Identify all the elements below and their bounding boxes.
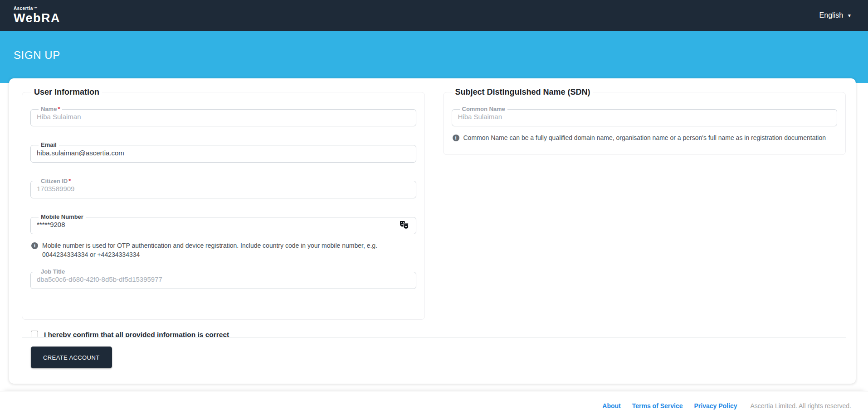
common-name-input [458,112,831,126]
webra-brand-text: WebRA [14,12,60,24]
signup-card: User Information Name* Email Citizen ID*… [9,78,856,384]
masks-icon [400,221,409,229]
signup-banner: SIGN UP [0,31,868,83]
user-information-section: User Information Name* Email Citizen ID*… [22,87,425,320]
footer-link-terms[interactable]: Terms of Service [632,402,683,409]
sdn-section: Subject Distinguished Name (SDN) Common … [443,87,846,155]
info-icon [31,242,38,249]
name-label: Name* [39,106,62,112]
email-input[interactable] [37,149,410,162]
common-name-field: Common Name [452,106,838,126]
job-title-input [37,275,410,289]
mobile-number-label: Mobile Number [39,214,86,220]
top-navbar: Ascertia™ WebRA English ▼ [0,0,868,31]
mobile-hint-text: Mobile number is used for OTP authentica… [42,241,391,260]
info-icon [453,135,459,141]
language-selector[interactable]: English ▼ [819,11,852,19]
email-field: Email [30,142,416,162]
copyright-text: Ascertia Limited. All rights reserved. [750,402,851,409]
footer-link-privacy[interactable]: Privacy Policy [694,402,737,409]
page-footer: About Terms of Service Privacy Policy As… [0,391,868,419]
citizen-id-input [37,184,410,198]
webra-logo: Ascertia™ WebRA [14,6,60,24]
citizen-id-field: Citizen ID* [30,178,416,198]
common-name-hint: Common Name can be a fully qualified dom… [453,134,837,143]
required-asterisk: * [68,178,71,184]
mobile-number-hint: Mobile number is used for OTP authentica… [31,241,415,260]
mobile-number-input[interactable] [37,220,395,234]
job-title-field: Job Title [30,269,416,289]
create-account-button[interactable]: CREATE ACCOUNT [31,347,112,368]
common-name-label: Common Name [460,106,507,112]
page-title: SIGN UP [14,49,60,62]
chevron-down-icon: ▼ [847,13,852,18]
confirm-label: I hereby confirm that all provided infor… [44,329,229,337]
confirm-row-clipped: I hereby confirm that all provided infor… [22,329,846,337]
language-label: English [819,11,843,19]
ascertia-brand-text: Ascertia™ [14,6,60,11]
email-label: Email [39,142,59,148]
user-information-heading: User Information [31,87,102,97]
confirm-checkbox[interactable] [31,331,38,337]
name-field: Name* [30,106,416,126]
mobile-number-field: Mobile Number [30,214,416,234]
citizen-id-label: Citizen ID* [39,178,73,184]
job-title-label: Job Title [39,269,67,275]
sdn-heading: Subject Distinguished Name (SDN) [453,87,593,97]
required-asterisk: * [58,106,60,112]
name-input [37,112,410,126]
common-name-hint-text: Common Name can be a fully qualified dom… [463,134,826,143]
footer-link-about[interactable]: About [602,402,620,409]
